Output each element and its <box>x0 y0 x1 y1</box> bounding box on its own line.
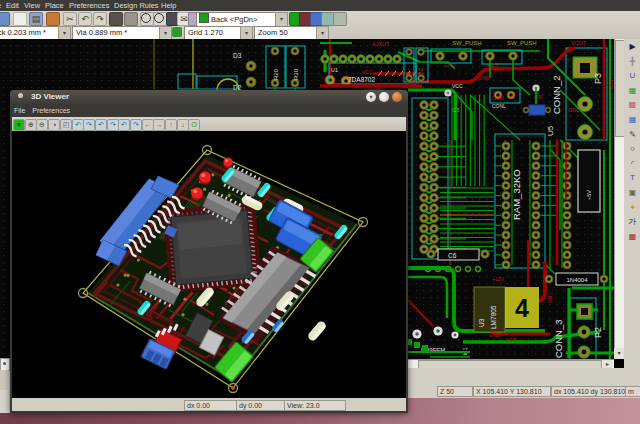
svg-text:SW_PUSH: SW_PUSH <box>507 40 537 46</box>
svg-text:P2: P2 <box>593 327 603 338</box>
svg-text:VCC: VCC <box>452 83 463 89</box>
svg-text:U1: U1 <box>331 67 338 73</box>
svg-text:7DA8702: 7DA8702 <box>348 76 375 83</box>
svg-text:CONN_2: CONN_2 <box>551 75 562 114</box>
svg-text:SW_PUSH: SW_PUSH <box>452 40 482 46</box>
svg-text:AJXUT: AJXUT <box>372 41 390 47</box>
svg-text:R30: R30 <box>293 68 299 80</box>
svg-text:RAM_32KO: RAM_32KO <box>511 169 522 220</box>
svg-text:LM7805: LM7805 <box>490 305 497 329</box>
svg-text:VCC: VCC <box>362 69 373 75</box>
svg-text:VOUT: VOUT <box>571 40 587 46</box>
svg-text:+12V: +12V <box>492 276 504 282</box>
svg-text:C6: C6 <box>448 252 457 259</box>
svg-text:+5V: +5V <box>586 190 592 200</box>
svg-text:VCC: VCC <box>506 337 517 343</box>
svg-text:4: 4 <box>515 294 529 322</box>
svg-text:R20: R20 <box>273 68 279 80</box>
svg-text:U5: U5 <box>546 125 555 136</box>
svg-text:COM: COM <box>492 95 504 101</box>
svg-text:D3: D3 <box>233 52 242 59</box>
svg-text:CONL: CONL <box>492 103 506 109</box>
svg-text:+12V: +12V <box>487 62 499 68</box>
svg-text:GND: GND <box>478 75 490 81</box>
svg-text:P3: P3 <box>593 73 603 84</box>
svg-text:CONN_3: CONN_3 <box>553 319 564 358</box>
svg-text:GND: GND <box>489 332 501 338</box>
svg-text:U3: U3 <box>478 318 485 327</box>
svg-text:VR1: VR1 <box>547 292 553 303</box>
svg-text:1N4004: 1N4004 <box>566 277 588 283</box>
